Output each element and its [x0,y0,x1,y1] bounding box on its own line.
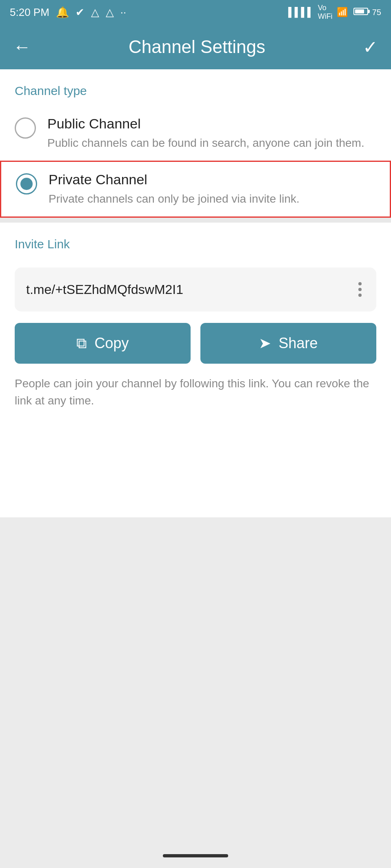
signal-icon: ▌▌▌▌ [288,7,313,18]
invite-link-value: t.me/+tSEZhdMQfdswM2I1 [26,282,183,297]
status-bar: 5:20 PM 🔔 ✔ △ △ ·· ▌▌▌▌ VoWiFi 📶 75 [0,0,391,24]
private-radio-button[interactable] [16,173,37,194]
private-channel-title: Private Channel [49,172,300,188]
share-button-label: Share [278,335,318,352]
private-channel-desc: Private channels can only be joined via … [49,191,300,207]
page-title: Channel Settings [129,37,265,57]
invite-link-box[interactable]: t.me/+tSEZhdMQfdswM2I1 [15,267,376,311]
vowifi-icon: VoWiFi [318,4,333,21]
invite-link-label: Invite Link [15,223,376,259]
time-display: 5:20 PM [10,6,49,19]
invite-link-section: Invite Link t.me/+tSEZhdMQfdswM2I1 Copy … [0,223,391,429]
drive-icon: △ [91,6,99,19]
copy-button-label: Copy [94,335,129,352]
invite-helper-text: People can join your channel by followin… [15,375,376,419]
public-radio-button[interactable] [15,117,36,139]
channel-type-label: Channel type [0,69,391,106]
section-divider [0,218,391,223]
confirm-button[interactable]: ✓ [363,37,378,57]
copy-button[interactable]: Copy [15,323,191,364]
drive2-icon: △ [106,6,114,19]
back-button[interactable]: ← [13,37,31,57]
battery-icon [353,8,368,15]
public-channel-option[interactable]: Public Channel Public channels can be fo… [0,106,391,161]
content-area: Channel type Public Channel Public chann… [0,69,391,517]
share-button[interactable]: Share [200,323,376,364]
app-bar: ← Channel Settings ✓ [0,24,391,69]
copy-icon [76,335,87,352]
share-icon [259,335,271,352]
home-indicator [163,854,228,857]
private-channel-option[interactable]: Private Channel Private channels can onl… [1,162,390,216]
alarm-icon: 🔔 [56,6,69,19]
action-buttons-row: Copy Share [15,323,376,364]
wifi-icon: 📶 [337,7,348,18]
bottom-indicator [0,844,391,868]
bottom-gray-area [0,517,391,844]
public-channel-desc: Public channels can be found in search, … [47,135,364,151]
private-radio-text: Private Channel Private channels can onl… [49,172,300,207]
more-icon: ·· [120,6,126,19]
battery-container: 75 [352,7,381,18]
status-right: ▌▌▌▌ VoWiFi 📶 75 [288,4,381,21]
dot3 [358,294,362,297]
dot2 [358,288,362,291]
channel-type-section: Channel type Public Channel Public chann… [0,69,391,218]
private-radio-inner [20,178,33,190]
battery-level: 75 [372,8,381,17]
public-channel-title: Public Channel [47,116,364,132]
check-icon: ✔ [76,6,84,19]
private-channel-wrapper: Private Channel Private channels can onl… [0,161,391,218]
dot1 [358,282,362,285]
status-left: 5:20 PM 🔔 ✔ △ △ ·· [10,6,126,19]
public-radio-text: Public Channel Public channels can be fo… [47,116,364,151]
more-options-button[interactable] [355,279,365,300]
